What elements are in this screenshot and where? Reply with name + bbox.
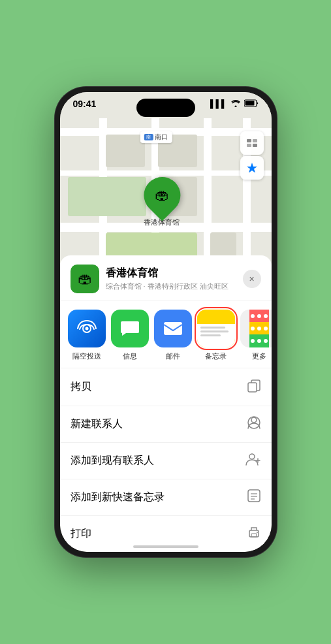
more-label: 更多 xyxy=(252,351,266,361)
messages-label: 信息 xyxy=(123,351,137,361)
status-time: 09:41 xyxy=(73,99,97,109)
svg-point-7 xyxy=(85,327,88,330)
status-icons: ▌▌▌ xyxy=(210,99,259,109)
svg-point-11 xyxy=(251,417,257,423)
location-button[interactable] xyxy=(240,156,264,180)
action-new-contact[interactable]: 新建联系人 xyxy=(60,406,272,443)
svg-rect-1 xyxy=(245,101,254,105)
action-add-note-label: 添加到新快速备忘录 xyxy=(71,491,165,504)
venue-icon: 🏟 xyxy=(71,265,99,293)
venue-info: 香港体育馆 综合体育馆 · 香港特别行政区 油尖旺区 xyxy=(106,266,243,291)
svg-rect-8 xyxy=(164,322,182,335)
messages-icon xyxy=(111,310,149,347)
location-pin: 🏟 香港体育馆 xyxy=(144,177,180,227)
svg-rect-4 xyxy=(247,144,251,147)
notes-label: 备忘录 xyxy=(205,351,227,361)
battery-icon xyxy=(244,99,259,109)
venue-subtitle: 综合体育馆 · 香港特别行政区 油尖旺区 xyxy=(106,282,243,291)
map-label: 南 南口 xyxy=(140,131,172,143)
share-item-messages[interactable]: 信息 xyxy=(111,310,149,361)
svg-rect-2 xyxy=(247,139,251,142)
signal-icon: ▌▌▌ xyxy=(210,99,227,108)
map-controls xyxy=(240,131,264,180)
home-indicator xyxy=(133,545,198,548)
dynamic-island xyxy=(136,99,195,117)
mail-icon xyxy=(154,310,192,347)
mail-label: 邮件 xyxy=(166,351,180,361)
map-label-icon: 南 xyxy=(144,134,153,140)
action-add-existing[interactable]: 添加到现有联系人 xyxy=(60,443,272,479)
action-copy-label: 拷贝 xyxy=(71,380,91,394)
person-icon xyxy=(247,415,261,433)
more-apps-icon xyxy=(240,310,272,347)
sheet-header: 🏟 香港体育馆 综合体育馆 · 香港特别行政区 油尖旺区 × xyxy=(60,255,272,300)
action-copy[interactable]: 拷贝 xyxy=(60,368,272,406)
action-add-note[interactable]: 添加到新快速备忘录 xyxy=(60,479,272,516)
svg-point-20 xyxy=(257,532,258,533)
notes-icon xyxy=(197,310,235,347)
map-type-button[interactable] xyxy=(240,131,264,155)
share-item-notes[interactable]: 备忘录 xyxy=(197,310,235,361)
close-button[interactable]: × xyxy=(243,270,261,288)
phone-screen: 09:41 ▌▌▌ xyxy=(60,92,272,552)
person-plus-icon xyxy=(245,452,261,470)
svg-point-13 xyxy=(249,454,255,459)
action-list: 拷贝 新建联系人 xyxy=(60,368,272,552)
share-item-more[interactable]: 更多 xyxy=(240,310,272,361)
airdrop-icon xyxy=(68,310,106,347)
svg-rect-3 xyxy=(253,139,257,142)
svg-rect-14 xyxy=(248,490,260,502)
printer-icon xyxy=(247,525,261,543)
svg-rect-5 xyxy=(253,144,257,147)
action-add-existing-label: 添加到现有联系人 xyxy=(71,454,154,468)
share-item-mail[interactable]: 邮件 xyxy=(154,310,192,361)
share-item-airdrop[interactable]: 隔空投送 xyxy=(68,310,106,361)
venue-name: 香港体育馆 xyxy=(106,266,243,280)
airdrop-label: 隔空投送 xyxy=(72,351,101,361)
phone-frame: 09:41 ▌▌▌ xyxy=(55,87,277,557)
copy-icon xyxy=(247,378,261,396)
action-new-contact-label: 新建联系人 xyxy=(71,417,123,431)
svg-rect-10 xyxy=(248,383,257,392)
wifi-icon xyxy=(230,99,241,109)
pin-icon-inner: 🏟 xyxy=(155,187,169,204)
note-icon xyxy=(247,489,261,506)
action-print-label: 打印 xyxy=(71,527,91,541)
share-row: 隔空投送 信息 xyxy=(60,300,272,368)
bottom-sheet: 🏟 香港体育馆 综合体育馆 · 香港特别行政区 油尖旺区 × xyxy=(60,255,272,552)
pin-icon: 🏟 xyxy=(136,169,187,221)
map-label-text: 南口 xyxy=(155,133,168,142)
